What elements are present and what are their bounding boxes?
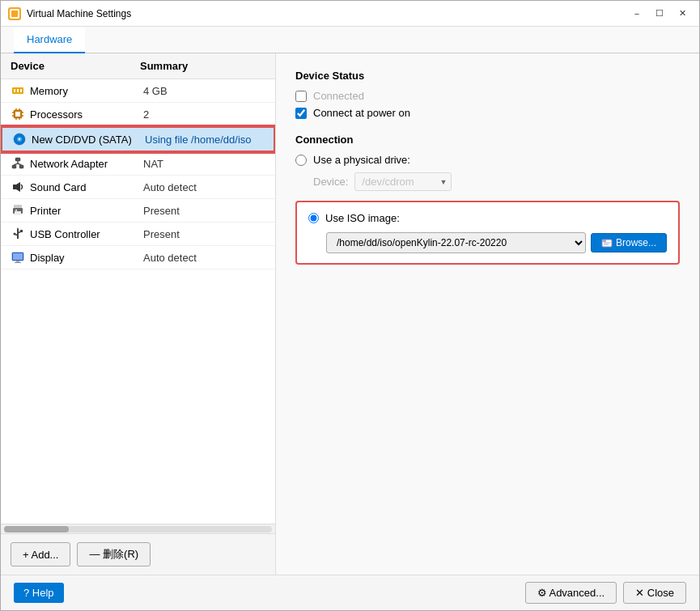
help-button[interactable]: ? Help: [14, 583, 64, 603]
svg-rect-8: [15, 112, 20, 117]
table-row[interactable]: Printer Present: [1, 199, 275, 223]
svg-rect-6: [20, 89, 22, 92]
left-bottom-buttons: + Add... — 删除(R): [1, 533, 275, 575]
close-button[interactable]: ✕ Close: [623, 582, 686, 604]
virtual-machine-settings-window: Virtual Machine Settings − ☐ ✕ Hardware …: [0, 0, 700, 611]
svg-rect-26: [13, 185, 16, 189]
maximize-button[interactable]: ☐: [649, 6, 670, 22]
svg-line-24: [14, 163, 18, 165]
remove-button[interactable]: — 删除(R): [77, 542, 151, 566]
device-summary: Present: [143, 228, 265, 240]
left-panel: Device Summary Memory 4 GB: [1, 53, 276, 575]
svg-line-25: [18, 163, 22, 165]
svg-rect-41: [15, 262, 21, 263]
content-area: Device Summary Memory 4 GB: [1, 53, 699, 575]
add-button[interactable]: + Add...: [11, 542, 70, 566]
bottom-right-buttons: ⚙ Advanced... ✕ Close: [525, 582, 686, 604]
svg-point-36: [14, 233, 16, 235]
physical-drive-label: Use a physical drive:: [313, 154, 410, 166]
power-on-row: Connect at power on: [295, 107, 680, 119]
power-on-checkbox[interactable]: [295, 108, 307, 119]
header-device: Device: [11, 60, 140, 72]
printer-icon: [11, 203, 25, 218]
svg-rect-43: [602, 240, 606, 242]
connected-label: Connected: [313, 90, 364, 102]
title-bar: Virtual Machine Settings − ☐ ✕: [1, 1, 699, 27]
network-icon: [11, 156, 25, 171]
device-select-line: Device: /dev/cdrom: [313, 172, 680, 191]
device-name: USB Controller: [30, 228, 143, 240]
device-name: Network Adapter: [30, 158, 143, 170]
display-icon: [11, 250, 25, 265]
device-summary: 2: [143, 108, 265, 121]
sound-icon: [11, 180, 25, 194]
window-controls: − ☐ ✕: [626, 6, 693, 22]
minimize-button[interactable]: −: [626, 6, 647, 22]
svg-rect-4: [14, 89, 15, 92]
svg-rect-31: [15, 210, 17, 211]
device-name: Display: [30, 252, 143, 264]
svg-rect-5: [17, 89, 19, 92]
iso-radio-row: Use ISO image:: [308, 212, 667, 224]
table-row[interactable]: Memory 4 GB: [1, 79, 275, 103]
browse-label: Browse...: [616, 237, 656, 248]
svg-rect-2: [11, 11, 18, 17]
header-summary: Summary: [140, 60, 265, 72]
device-name: New CD/DVD (SATA): [32, 134, 145, 146]
device-status-section: Device Status Connected Connect at power…: [295, 70, 680, 119]
table-row[interactable]: Processors 2: [1, 103, 275, 126]
iso-path-select[interactable]: /home/dd/iso/openKylin-22.07-rc-20220: [326, 232, 586, 253]
table-header: Device Summary: [1, 53, 275, 79]
iso-image-box: Use ISO image: /home/dd/iso/openKylin-22…: [295, 201, 680, 265]
connected-row: Connected: [295, 90, 680, 102]
bottom-bar: ? Help ⚙ Advanced... ✕ Close: [1, 575, 699, 610]
tab-bar: Hardware: [1, 27, 699, 53]
processor-icon: [11, 107, 25, 121]
table-row[interactable]: USB Controller Present: [1, 223, 275, 246]
iso-image-label: Use ISO image:: [325, 212, 400, 224]
device-name: Processors: [30, 108, 143, 121]
device-select-wrapper: /dev/cdrom: [354, 172, 452, 191]
right-panel: Device Status Connected Connect at power…: [276, 53, 699, 575]
browse-button[interactable]: Browse...: [591, 233, 667, 252]
svg-point-19: [19, 138, 20, 140]
close-button[interactable]: ✕: [672, 6, 693, 22]
table-row[interactable]: Sound Card Auto detect: [1, 176, 275, 199]
scrollbar-track: [4, 526, 272, 533]
device-table: Device Summary Memory 4 GB: [1, 53, 275, 524]
device-name: Sound Card: [30, 181, 143, 193]
device-summary: NAT: [143, 158, 265, 170]
physical-drive-radio[interactable]: [295, 155, 307, 166]
svg-marker-37: [17, 227, 19, 229]
svg-rect-20: [15, 158, 20, 161]
app-icon: [7, 6, 22, 21]
memory-icon: [11, 83, 25, 98]
device-name: Memory: [30, 85, 143, 97]
svg-rect-40: [16, 261, 19, 262]
dvd-icon: [12, 132, 27, 146]
table-row[interactable]: Display Auto detect: [1, 246, 275, 269]
scrollbar-thumb[interactable]: [4, 526, 69, 533]
table-row-selected[interactable]: New CD/DVD (SATA) Using file /home/dd/is…: [1, 126, 275, 152]
iso-path-row: /home/dd/iso/openKylin-22.07-rc-20220 Br…: [326, 232, 667, 253]
connection-section: Connection Use a physical drive: Device:…: [295, 134, 680, 265]
connection-title: Connection: [295, 134, 680, 146]
advanced-button[interactable]: ⚙ Advanced...: [525, 582, 617, 604]
tab-hardware[interactable]: Hardware: [14, 27, 85, 53]
browse-icon: [601, 237, 613, 248]
usb-icon: [11, 227, 25, 241]
device-summary: Auto detect: [143, 252, 265, 264]
connected-checkbox[interactable]: [295, 91, 307, 102]
svg-marker-27: [16, 182, 20, 192]
svg-rect-34: [20, 230, 23, 232]
device-label: Device:: [313, 176, 348, 188]
scrollbar[interactable]: [1, 524, 275, 533]
device-summary: Auto detect: [143, 181, 265, 193]
iso-image-radio[interactable]: [308, 213, 319, 223]
window-title: Virtual Machine Settings: [27, 8, 626, 19]
device-select[interactable]: /dev/cdrom: [354, 172, 452, 191]
device-status-title: Device Status: [295, 70, 680, 82]
device-summary: Using file /home/dd/iso: [145, 134, 264, 146]
power-on-label: Connect at power on: [313, 107, 410, 119]
table-row[interactable]: Network Adapter NAT: [1, 152, 275, 176]
